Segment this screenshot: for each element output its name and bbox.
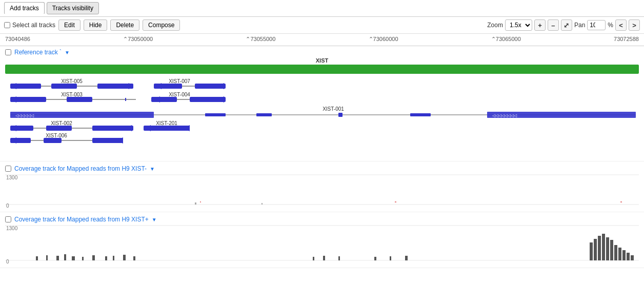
svg-rect-60 xyxy=(82,257,84,260)
genome-viewer: 73040486 ⌃73050000 ⌃73055000 ⌃73060000 ⌃… xyxy=(0,34,644,268)
coverage-track2-header: Coverage track for Mapped reads from H9 … xyxy=(0,214,644,225)
reference-track-link[interactable]: Reference track ` xyxy=(14,49,62,56)
delete-button[interactable]: Delete xyxy=(110,19,139,31)
gene-green-bar xyxy=(5,65,639,74)
tab-add-tracks[interactable]: Add tracks xyxy=(4,2,45,14)
coverage-track1-svg xyxy=(5,174,639,207)
edit-button[interactable]: Edit xyxy=(58,19,80,31)
svg-rect-32 xyxy=(46,126,72,131)
fit-button[interactable]: ⤢ xyxy=(561,19,572,31)
svg-rect-72 xyxy=(590,242,593,260)
xist003-label: XIST-003 xyxy=(61,92,83,97)
coverage-track1-header: Coverage track for Mapped reads from H9 … xyxy=(0,164,644,174)
svg-rect-68 xyxy=(338,256,340,260)
pan-input[interactable] xyxy=(587,20,606,30)
svg-rect-65 xyxy=(133,256,135,260)
zoom-in-button[interactable]: + xyxy=(534,19,546,31)
svg-rect-52 xyxy=(261,203,263,205)
svg-rect-27 xyxy=(410,113,431,116)
coverage-track2-ymin: 0 xyxy=(6,259,9,264)
xist001-label: XIST-001 xyxy=(323,106,344,112)
coverage-track2-checkbox[interactable] xyxy=(5,216,11,222)
svg-rect-75 xyxy=(602,234,605,260)
toolbar: Select all tracks Edit Hide Delete Compo… xyxy=(0,17,644,34)
svg-rect-56 xyxy=(46,255,48,260)
pan-left-button[interactable]: < xyxy=(615,19,627,31)
select-all-checkbox[interactable] xyxy=(4,22,10,28)
svg-text:◁◁◁◁◁◁◁◁: ◁◁◁◁◁◁◁◁ xyxy=(492,113,517,118)
coverage-track2-section: Coverage track for Mapped reads from H9 … xyxy=(0,212,644,268)
reference-track-checkbox[interactable] xyxy=(5,49,11,55)
svg-rect-78 xyxy=(614,245,617,260)
coverage-track1-ymin: 0 xyxy=(6,203,9,209)
tab-tracks-visibility[interactable]: Tracks visibility xyxy=(47,2,99,14)
svg-rect-73 xyxy=(594,239,597,260)
pan-right-button[interactable]: > xyxy=(629,19,640,31)
zoom-select[interactable]: 0.5x 1x 1.5x 2x 3x 5x xyxy=(505,19,532,31)
coverage-track2-svg xyxy=(5,225,639,263)
svg-rect-57 xyxy=(56,256,59,260)
svg-rect-2 xyxy=(51,84,77,89)
select-all-text: Select all tracks xyxy=(12,22,55,29)
coverage-track1-checkbox[interactable] xyxy=(5,166,11,172)
hide-button[interactable]: Hide xyxy=(84,19,108,31)
svg-rect-62 xyxy=(105,256,107,260)
zoom-out-button[interactable]: – xyxy=(548,19,559,31)
reference-track-section: Reference track ` ▼ XIST XIST-005 XIST-0… xyxy=(0,46,644,161)
ruler-label-1: ⌃73050000 xyxy=(123,36,153,43)
svg-rect-51 xyxy=(195,202,196,205)
svg-rect-82 xyxy=(631,255,634,260)
top-tabs: Add tracks Tracks visibility xyxy=(0,0,644,17)
xist004-label: XIST-004 xyxy=(169,92,190,97)
xist007-label: XIST-007 xyxy=(169,78,190,84)
svg-rect-80 xyxy=(622,250,626,260)
zoom-pan-controls: Zoom 0.5x 1x 1.5x 2x 3x 5x + – ⤢ Pan % <… xyxy=(487,19,640,31)
xist201-label: XIST-201 xyxy=(156,120,177,126)
gene-models-svg: XIST-005 XIST-007 XIST-003 xyxy=(5,76,639,158)
svg-rect-74 xyxy=(598,236,601,260)
coverage-track1-ymax: 1300 xyxy=(6,175,17,180)
pan-label: Pan xyxy=(574,22,585,29)
svg-rect-64 xyxy=(123,255,126,260)
ruler-label-0: 73040486 xyxy=(5,36,30,43)
select-all-label[interactable]: Select all tracks xyxy=(4,22,55,29)
reference-track-header: Reference track ` ▼ xyxy=(0,47,644,57)
gene-track: XIST XIST-005 XIST-007 XIS xyxy=(5,57,639,160)
coverage-track1-link[interactable]: Coverage track for Mapped reads from H9 … xyxy=(14,165,147,172)
ruler-label-4: ⌃73065000 xyxy=(491,36,521,43)
compose-button[interactable]: Compose xyxy=(143,19,180,31)
xist005-label: XIST-005 xyxy=(61,78,83,84)
ruler: 73040486 ⌃73050000 ⌃73055000 ⌃73060000 ⌃… xyxy=(0,34,644,46)
coverage-track1-canvas: 1300 0 xyxy=(5,174,639,210)
xist002-label: XIST-002 xyxy=(51,120,72,126)
svg-rect-76 xyxy=(606,237,609,260)
svg-rect-81 xyxy=(627,253,630,260)
fit-icon: ⤢ xyxy=(564,22,569,29)
pan-percent: % xyxy=(608,22,613,29)
svg-rect-66 xyxy=(313,257,314,260)
svg-rect-59 xyxy=(72,256,75,260)
svg-rect-26 xyxy=(338,113,343,117)
coverage-track2-ymax: 1300 xyxy=(6,226,17,231)
svg-rect-61 xyxy=(92,255,95,260)
coverage-track2-link[interactable]: Coverage track for Mapped reads from H9 … xyxy=(14,216,149,223)
ruler-label-2: ⌃73055000 xyxy=(246,36,275,43)
svg-rect-67 xyxy=(323,256,325,260)
svg-rect-70 xyxy=(390,256,391,260)
svg-rect-13 xyxy=(67,97,92,102)
reference-track-dropdown[interactable]: ▼ xyxy=(65,50,70,55)
svg-rect-63 xyxy=(113,256,114,260)
coverage-track1-section: Coverage track for Mapped reads from H9 … xyxy=(0,161,644,212)
ruler-labels: 73040486 ⌃73050000 ⌃73055000 ⌃73060000 ⌃… xyxy=(0,34,644,43)
ruler-label-3: ⌃73060000 xyxy=(369,36,398,43)
svg-rect-42 xyxy=(44,138,62,143)
svg-rect-24 xyxy=(205,113,226,116)
svg-rect-25 xyxy=(256,113,272,116)
svg-rect-58 xyxy=(64,254,66,260)
xist006-label: XIST-006 xyxy=(46,133,67,138)
gene-name-label: XIST xyxy=(5,57,639,64)
coverage-track2-dropdown[interactable]: ▼ xyxy=(152,217,157,222)
ruler-label-5: 73072588 xyxy=(614,36,639,43)
coverage-track1-dropdown[interactable]: ▼ xyxy=(150,166,155,172)
svg-rect-79 xyxy=(618,248,621,260)
